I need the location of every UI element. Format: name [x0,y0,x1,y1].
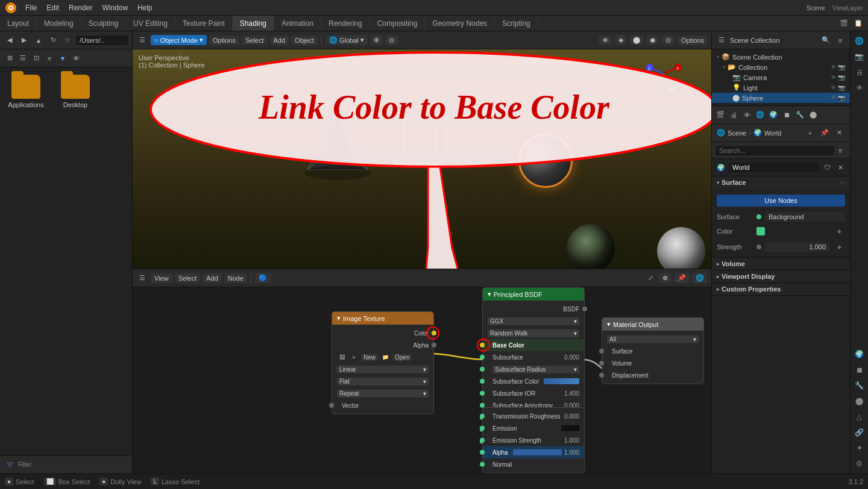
prop-material-icon[interactable]: ⬤ [807,109,819,121]
right-icon-world[interactable]: 🌍 [852,347,867,361]
node-repeat-dropdown[interactable]: Repeat ▾ [337,390,429,397]
alpha-in-socket[interactable] [480,450,485,455]
bsdf-socket-out[interactable] [582,307,587,311]
mat-out-displacement-socket[interactable] [599,373,604,378]
view-grid-btn[interactable]: ⊡ [30,52,42,64]
tree-light-render[interactable]: 📷 [838,84,845,91]
tab-modeling[interactable]: Modeling [37,16,81,31]
tab-sculpting[interactable]: Sculpting [81,16,126,31]
node-pin-btn[interactable]: 📌 [674,273,690,283]
object-mode-btn[interactable]: ○ Object Mode ▾ [151,35,207,45]
right-icon-scene[interactable]: 🌐 [852,34,867,48]
tree-camera[interactable]: 📷 Camera 👁 📷 [712,72,850,83]
tab-geometry-nodes[interactable]: Geometry Nodes [425,16,495,31]
tab-shading[interactable]: Shading [233,16,274,31]
world-name-input[interactable] [729,163,819,172]
node-open-btn[interactable]: Open [392,354,412,361]
prop-object-icon[interactable]: ◼ [781,109,793,121]
color-swatch[interactable] [756,227,765,235]
node-add-icon[interactable]: + [349,352,359,362]
subsurface-radius-socket[interactable] [480,367,485,372]
prop-world-icon[interactable]: 🌍 [767,109,779,121]
tree-camera-vis[interactable]: 👁 [831,74,837,81]
volume-section-header[interactable]: ▸ Volume [712,258,850,270]
tab-texture-paint[interactable]: Texture Paint [175,16,233,31]
custom-properties-header[interactable]: ▸ Custom Properties [712,283,850,295]
prop-output-icon[interactable]: 🖨 [728,109,740,121]
sort-btn[interactable]: ≡ [43,52,55,64]
world-close2-btn[interactable]: ✕ [836,161,846,173]
emission-socket[interactable] [480,426,485,431]
view-btn[interactable]: Options [209,36,239,45]
strength-value[interactable]: 1.000 [765,242,829,252]
right-icon-mod[interactable]: 🔧 [852,378,867,393]
node-editor-menu[interactable]: ☰ [136,272,148,284]
scene-collection-options[interactable]: ≡ [834,34,846,46]
mat-out-surface-socket[interactable] [599,349,604,354]
menu-window[interactable]: Window [98,2,131,13]
shading-render-btn[interactable]: ◎ [662,35,675,45]
transform-global-btn[interactable]: 🌐 Global ▾ [326,35,368,45]
normal-socket[interactable] [480,462,485,467]
rw-dropdown[interactable]: Random Walk ▾ [488,329,579,337]
nav-refresh-btn[interactable]: ↻ [47,34,59,46]
tab-animation[interactable]: Animation [274,16,321,31]
tree-sphere-render[interactable]: 📷 [838,95,845,101]
subsurface-color-socket[interactable] [480,379,485,384]
view-toggle-btn[interactable]: ⊞ [4,52,16,64]
right-icon-output[interactable]: 🖨 [852,65,867,79]
tree-scene-collection-root[interactable]: ▾ 📦 Scene Collection [712,52,850,62]
node-material-icon[interactable]: 🔵 [255,273,271,283]
object-btn[interactable]: Object [291,36,318,45]
node-flat-dropdown[interactable]: Flat ▾ [337,378,429,385]
world-new-btn[interactable]: + [804,127,816,139]
add-btn[interactable]: Add [270,36,289,45]
world-filter-btn[interactable]: ≡ [834,145,846,157]
node-select-btn[interactable]: Select [175,273,201,283]
color-socket-out[interactable] [432,331,436,335]
xray-btn[interactable]: ◈ [615,35,627,45]
trans-rough-socket[interactable] [480,414,485,419]
right-icon-mat[interactable]: ⬤ [852,394,867,408]
world-pin-btn[interactable]: 📌 [819,127,831,139]
viewport-gizmo[interactable]: X Y Z [645,55,681,92]
mat-out-volume-socket[interactable] [599,361,604,366]
filter-icon[interactable]: ▽ [4,459,16,471]
subsurface-socket[interactable] [480,355,485,360]
tree-light[interactable]: 💡 Light 👁 📷 [712,83,850,93]
node-snap-btn[interactable]: ⊕ [659,273,671,283]
tab-uv-editing[interactable]: UV Editing [126,16,175,31]
use-nodes-btn[interactable]: Use Nodes [717,195,845,207]
node-fit-btn[interactable]: ⤢ [644,272,656,284]
shading-solid-btn[interactable]: ⬤ [629,35,644,45]
world-search-input[interactable] [715,146,834,155]
alpha-socket-out[interactable] [432,343,436,347]
snap-btn[interactable]: ⊕ [370,35,383,45]
file-item-desktop[interactable]: Desktop [54,72,96,111]
scene-picker-icon[interactable]: 🎬 [838,17,850,30]
file-item-applications[interactable]: Applications [5,72,47,111]
filter-btn[interactable]: ▼ [57,52,69,64]
nav-bookmark-btn[interactable]: ☆ [61,34,74,46]
tab-layout[interactable]: Layout [0,16,37,31]
right-icon-constraint[interactable]: 🔗 [852,425,867,440]
tab-compositing[interactable]: Compositing [370,16,426,31]
color-link-btn[interactable]: ◆ [833,225,845,237]
node-node-btn[interactable]: Node [224,273,247,283]
node-img-icon[interactable]: 🖼 [337,352,347,362]
right-icon-physics[interactable]: ⚙ [852,456,867,471]
tree-collection-vis[interactable]: 👁 [831,64,837,70]
node-add-btn[interactable]: Add [203,273,222,283]
nav-back-btn[interactable]: ◀ [4,34,16,46]
prop-modifier-icon[interactable]: 🔧 [794,109,806,121]
prop-render-icon[interactable]: 🎬 [714,109,726,121]
menu-file[interactable]: File [22,2,40,13]
menu-render[interactable]: Render [65,2,96,13]
viewport-menu-icon[interactable]: ☰ [136,34,148,46]
prop-view-icon[interactable]: 👁 [741,109,753,121]
base-color-socket-in[interactable] [480,343,485,347]
world-close-btn[interactable]: ✕ [833,127,845,139]
node-world-icon[interactable]: 🌐 [692,273,708,283]
tree-light-vis[interactable]: 👁 [831,84,837,91]
scene-collection-filter[interactable]: 🔍 [820,34,832,46]
